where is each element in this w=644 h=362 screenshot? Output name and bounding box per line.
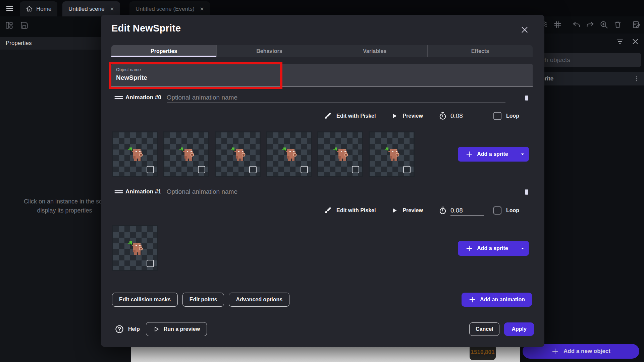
edit-collision-masks-button[interactable]: Edit collision masks bbox=[112, 293, 178, 307]
tab-home-label: Home bbox=[36, 6, 51, 12]
run-preview-label: Run a preview bbox=[164, 326, 200, 332]
help-button[interactable]: Help bbox=[115, 324, 140, 334]
time-between-frames-input[interactable] bbox=[450, 111, 484, 121]
edit-points-button[interactable]: Edit points bbox=[182, 293, 224, 307]
sprite-frame[interactable] bbox=[112, 225, 158, 271]
delete-animation-icon[interactable] bbox=[522, 93, 531, 102]
animation-1-controls: Edit with Piskel Preview Loop bbox=[111, 205, 523, 216]
stopwatch-icon bbox=[438, 206, 447, 215]
tab-behaviors-label: Behaviors bbox=[256, 48, 282, 54]
top-tab-bar: Home Untitled scene ✕ Untitled scene (Ev… bbox=[0, 0, 644, 16]
tab-untitled-scene[interactable]: Untitled scene ✕ bbox=[62, 1, 120, 16]
preview-button[interactable]: Preview bbox=[391, 113, 423, 119]
grid-icon[interactable] bbox=[553, 20, 562, 29]
add-new-object-label: Add a new object bbox=[564, 348, 610, 355]
dialog-tabs: Properties Behaviors Variables Effects bbox=[111, 45, 533, 57]
plus-icon bbox=[466, 150, 473, 158]
sprite-frame[interactable] bbox=[369, 131, 415, 177]
filter-icon[interactable] bbox=[616, 38, 624, 46]
object-name-input[interactable] bbox=[116, 74, 250, 81]
toolbar-left bbox=[5, 21, 29, 30]
sprite-frame[interactable] bbox=[317, 131, 363, 177]
loop-checkbox[interactable] bbox=[493, 112, 501, 120]
frame-checkbox[interactable] bbox=[147, 166, 154, 173]
add-sprite-button[interactable]: Add a sprite bbox=[458, 147, 529, 162]
pig-sprite-image bbox=[228, 144, 248, 163]
add-sprite-button[interactable]: Add a sprite bbox=[458, 241, 529, 256]
edit-scene-properties-icon[interactable] bbox=[632, 20, 641, 29]
animation-0-controls: Edit with Piskel Preview Loop bbox=[111, 110, 523, 122]
help-icon bbox=[115, 324, 124, 334]
tab-variables[interactable]: Variables bbox=[322, 45, 428, 57]
drag-handle-icon[interactable] bbox=[114, 95, 123, 100]
save-icon[interactable] bbox=[20, 21, 29, 30]
run-preview-button[interactable]: Run a preview bbox=[146, 322, 207, 336]
item-menu-icon[interactable] bbox=[633, 75, 640, 82]
tab-behaviors[interactable]: Behaviors bbox=[217, 45, 322, 57]
trash-icon[interactable] bbox=[613, 20, 622, 29]
close-tab-icon[interactable]: ✕ bbox=[200, 6, 204, 12]
sprite-frame[interactable] bbox=[266, 131, 312, 177]
stopwatch-icon bbox=[438, 112, 447, 120]
time-between-frames-input[interactable] bbox=[450, 205, 484, 216]
pig-sprite-image bbox=[177, 144, 197, 163]
add-animation-label: Add an animation bbox=[480, 297, 525, 303]
zoom-in-icon[interactable] bbox=[599, 20, 608, 29]
tab-properties[interactable]: Properties bbox=[111, 45, 217, 57]
animation-1-header: Animation #1 bbox=[111, 186, 533, 198]
frame-checkbox[interactable] bbox=[249, 166, 257, 173]
toolbar-divider bbox=[567, 19, 567, 29]
close-panel-icon[interactable] bbox=[631, 38, 639, 46]
drag-handle-icon[interactable] bbox=[114, 189, 123, 194]
edit-with-piskel-label: Edit with Piskel bbox=[336, 113, 376, 119]
panel-layout-icon[interactable] bbox=[5, 21, 14, 30]
redo-icon[interactable] bbox=[586, 20, 595, 29]
loop-label: Loop bbox=[506, 113, 519, 119]
apply-button[interactable]: Apply bbox=[504, 322, 534, 336]
animation-0-header: Animation #0 bbox=[111, 92, 533, 104]
edit-with-piskel-button[interactable]: Edit with Piskel bbox=[324, 206, 376, 215]
object-name-field[interactable]: Object name bbox=[111, 64, 533, 86]
main-menu-button[interactable] bbox=[4, 3, 15, 14]
tab-untitled-scene-events[interactable]: Untitled scene (Events) ✕ bbox=[129, 1, 210, 16]
chevron-down-icon bbox=[520, 246, 525, 251]
add-animation-button[interactable]: Add an animation bbox=[462, 293, 532, 307]
preview-button[interactable]: Preview bbox=[391, 207, 423, 214]
animation-1-name-input[interactable] bbox=[167, 186, 505, 197]
edit-with-piskel-button[interactable]: Edit with Piskel bbox=[324, 112, 376, 120]
help-label: Help bbox=[128, 326, 140, 332]
plus-icon bbox=[466, 245, 473, 252]
toolbar-divider bbox=[627, 19, 627, 29]
objects-panel-controls bbox=[616, 38, 639, 46]
advanced-options-button[interactable]: Advanced options bbox=[229, 293, 289, 307]
add-sprite-dropdown[interactable] bbox=[516, 152, 529, 157]
sprite-frame[interactable] bbox=[112, 131, 158, 177]
tab-home[interactable]: Home bbox=[20, 1, 57, 16]
undo-icon[interactable] bbox=[572, 20, 581, 29]
sprite-frame[interactable] bbox=[215, 131, 261, 177]
frame-checkbox[interactable] bbox=[352, 166, 359, 173]
tab-effects[interactable]: Effects bbox=[428, 45, 533, 57]
home-icon bbox=[26, 5, 33, 12]
animation-1-frames bbox=[112, 225, 158, 271]
frame-checkbox[interactable] bbox=[403, 166, 411, 173]
frame-checkbox[interactable] bbox=[301, 166, 308, 173]
frame-checkbox[interactable] bbox=[198, 166, 205, 173]
add-sprite-dropdown[interactable] bbox=[516, 246, 529, 251]
animation-0-name-input[interactable] bbox=[167, 92, 505, 103]
tab-events-label: Untitled scene (Events) bbox=[136, 6, 195, 12]
brush-icon bbox=[324, 112, 332, 120]
sprite-frame[interactable] bbox=[163, 131, 209, 177]
cancel-button[interactable]: Cancel bbox=[469, 322, 499, 336]
delete-animation-icon[interactable] bbox=[522, 187, 531, 196]
frame-checkbox[interactable] bbox=[147, 260, 154, 267]
pig-sprite-image bbox=[126, 238, 145, 257]
tab-properties-label: Properties bbox=[151, 48, 177, 54]
animation-title: Animation #0 bbox=[125, 94, 161, 101]
loop-checkbox[interactable] bbox=[493, 206, 501, 215]
close-tab-icon[interactable]: ✕ bbox=[110, 6, 114, 12]
dialog-close-button[interactable] bbox=[519, 24, 530, 36]
animation-title: Animation #1 bbox=[125, 188, 161, 195]
preview-label: Preview bbox=[402, 207, 423, 214]
pig-sprite-image bbox=[331, 144, 351, 163]
